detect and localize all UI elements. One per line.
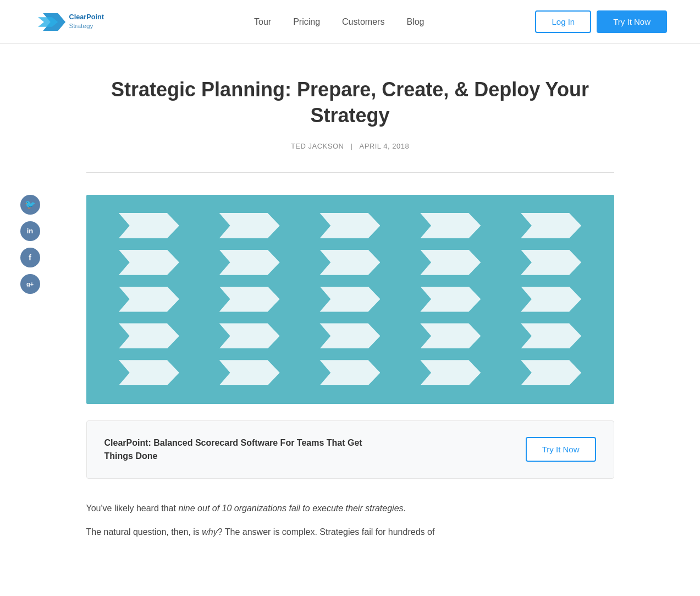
page-content: Strategic Planning: Prepare, Create, & D… — [75, 44, 625, 570]
arrow-12 — [219, 287, 280, 312]
body-text-2-end: ? The answer is complex. Strategies fail… — [218, 527, 435, 537]
hero-image — [86, 195, 614, 404]
arrow-17 — [219, 323, 280, 348]
nav-blog[interactable]: Blog — [406, 17, 424, 27]
content-divider — [86, 172, 614, 173]
arrow-16 — [119, 323, 179, 348]
body-end-1: . — [404, 504, 406, 513]
arrow-13 — [319, 287, 380, 312]
nav-pricing[interactable]: Pricing — [293, 17, 320, 27]
main-nav: Tour Pricing Customers Blog — [254, 17, 424, 27]
arrow-8 — [319, 250, 380, 275]
arrow-10 — [521, 250, 581, 275]
googleplus-icon: g+ — [26, 281, 34, 287]
facebook-share-button[interactable]: f — [20, 248, 40, 267]
cta-try-button[interactable]: Try It Now — [526, 437, 596, 462]
try-button[interactable]: Try It Now — [597, 10, 667, 33]
arrow-11 — [119, 287, 179, 312]
article-author: TED JACKSON — [291, 142, 344, 150]
article-main: ClearPoint: Balanced Scorecard Software … — [86, 195, 614, 548]
article-title: Strategic Planning: Prepare, Create, & D… — [86, 77, 614, 129]
arrow-15 — [521, 287, 581, 312]
arrow-7 — [219, 250, 280, 275]
body-italic-1: nine out of 10 organizations fail to exe… — [178, 504, 403, 513]
arrow-18 — [319, 323, 380, 348]
logo[interactable]: ClearPoint Strategy — [33, 8, 143, 36]
twitter-share-button[interactable]: 🐦 — [20, 195, 40, 215]
arrow-14 — [420, 287, 481, 312]
arrow-3 — [319, 213, 380, 238]
linkedin-share-button[interactable]: in — [20, 221, 40, 241]
arrow-22 — [219, 360, 280, 385]
body-italic-2: why — [202, 527, 217, 537]
arrow-1 — [119, 213, 179, 238]
arrow-20 — [521, 323, 581, 348]
article-meta: TED JACKSON | APRIL 4, 2018 — [86, 142, 614, 150]
login-button[interactable]: Log In — [535, 10, 591, 33]
twitter-icon: 🐦 — [25, 199, 36, 210]
article-date: APRIL 4, 2018 — [360, 142, 410, 150]
nav-customers[interactable]: Customers — [342, 17, 384, 27]
meta-separator: | — [351, 142, 353, 150]
arrow-24 — [420, 360, 481, 385]
arrow-25 — [521, 360, 581, 385]
arrow-6 — [119, 250, 179, 275]
nav-tour[interactable]: Tour — [254, 17, 271, 27]
body-text-2-start: The natural question, then, is — [86, 527, 202, 537]
article-body-paragraph-2: The natural question, then, is why? The … — [86, 524, 614, 539]
site-header: ClearPoint Strategy Tour Pricing Custome… — [0, 0, 700, 44]
googleplus-share-button[interactable]: g+ — [20, 274, 40, 294]
social-sidebar: 🐦 in f g+ — [20, 195, 40, 294]
arrow-2 — [219, 213, 280, 238]
nav-buttons: Log In Try It Now — [535, 10, 667, 33]
article-body-paragraph-1: You've likely heard that nine out of 10 … — [86, 501, 614, 516]
arrows-grid — [86, 195, 614, 404]
arrow-4 — [420, 213, 481, 238]
cta-box: ClearPoint: Balanced Scorecard Software … — [86, 420, 614, 479]
article-body: 🐦 in f g+ — [86, 195, 614, 548]
svg-text:ClearPoint: ClearPoint — [69, 13, 104, 21]
arrow-21 — [119, 360, 179, 385]
body-text-1: You've likely heard that — [86, 504, 179, 513]
arrow-23 — [319, 360, 380, 385]
cta-text: ClearPoint: Balanced Scorecard Software … — [104, 436, 379, 463]
svg-text:Strategy: Strategy — [69, 22, 93, 30]
arrow-5 — [521, 213, 581, 238]
linkedin-icon: in — [27, 227, 34, 235]
arrow-9 — [420, 250, 481, 275]
facebook-icon: f — [29, 253, 31, 262]
arrow-19 — [420, 323, 481, 348]
